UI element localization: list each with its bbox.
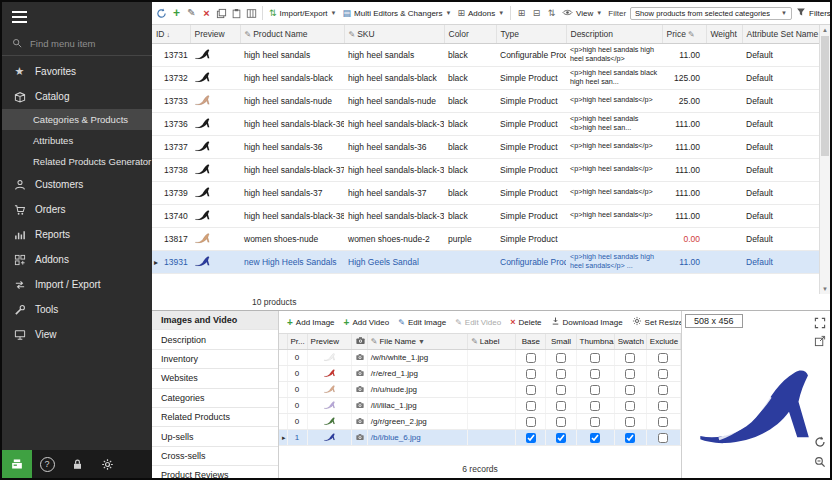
paste-icon[interactable] <box>230 8 243 19</box>
row-expand-icon[interactable]: ▸ <box>282 434 286 441</box>
refresh-button[interactable] <box>155 8 168 19</box>
sidebar-item-customers[interactable]: Customers <box>2 172 152 197</box>
add-product-button[interactable]: + <box>170 7 183 19</box>
scrollbar-thumb[interactable] <box>821 36 829 156</box>
column-header-preview[interactable]: Preview <box>307 334 351 350</box>
base-checkbox[interactable] <box>526 433 536 443</box>
import-export-menu[interactable]: ⇅ Import/Export ▼ <box>267 7 339 19</box>
table-row[interactable]: ▸13737 high heel sandals-36 high heel sa… <box>152 135 820 158</box>
swatch-checkbox[interactable] <box>625 369 635 379</box>
table-row[interactable]: ▸13731 high heel sandals high heel sanda… <box>152 43 820 66</box>
columns-icon[interactable] <box>245 8 258 19</box>
sort-icon[interactable]: ⇅ <box>545 9 558 18</box>
swatch-checkbox[interactable] <box>625 353 635 363</box>
image-row[interactable]: ▸ 0 /n/u/nude.jpg <box>279 382 681 398</box>
column-header-thumbnail[interactable]: Thumbna... <box>576 334 614 350</box>
image-row[interactable]: ▸ 0 /w/h/white_1.jpg <box>279 350 681 366</box>
sidebar-item-favorites[interactable]: ★ Favorites <box>2 59 152 84</box>
thumbnail-checkbox[interactable] <box>590 369 600 379</box>
store-manager-icon[interactable] <box>2 450 32 478</box>
base-checkbox[interactable] <box>526 417 536 427</box>
tab-item[interactable]: Related Products <box>152 408 278 427</box>
table-row[interactable]: ▸13739 high heel sandals-37 high heel sa… <box>152 181 820 204</box>
open-external-icon[interactable] <box>814 333 826 351</box>
column-header-description[interactable]: Description <box>566 25 662 43</box>
set-resize-rule-button[interactable]: Set Resize Rule <box>630 315 681 329</box>
exclude-checkbox[interactable] <box>658 433 668 443</box>
exclude-checkbox[interactable] <box>658 369 668 379</box>
thumbnail-checkbox[interactable] <box>590 353 600 363</box>
help-icon[interactable]: ? <box>32 450 62 478</box>
exclude-checkbox[interactable] <box>658 401 668 411</box>
search-input[interactable] <box>28 37 136 50</box>
expand-all-icon[interactable]: ⊞ <box>515 9 528 18</box>
column-header-file-name[interactable]: ✎File Name▼ <box>367 334 467 350</box>
sidebar-item-orders[interactable]: Orders <box>2 197 152 222</box>
sidebar-item-categories-products[interactable]: Categories & Products <box>2 109 152 130</box>
sidebar-item-import-export[interactable]: Import / Export <box>2 272 152 297</box>
base-checkbox[interactable] <box>526 353 536 363</box>
image-row[interactable]: ▸ 0 /l/i/lilac_1.jpg <box>279 398 681 414</box>
tab-item[interactable]: Description <box>152 330 278 349</box>
table-row[interactable]: ▸13738 high heel sandals-black-37 high h… <box>152 158 820 181</box>
column-header-exclude[interactable]: Exclude <box>646 334 680 350</box>
small-checkbox[interactable] <box>556 433 566 443</box>
multi-editors-menu[interactable]: ▤ Multi Editors & Changers ▼ <box>341 7 454 19</box>
column-header-label[interactable]: ✎Label <box>468 334 516 350</box>
exclude-checkbox[interactable] <box>658 385 668 395</box>
tab-item[interactable]: Categories <box>152 389 278 408</box>
column-header-camera[interactable] <box>351 334 367 350</box>
add-video-button[interactable]: +Add Video <box>342 316 392 329</box>
small-checkbox[interactable] <box>556 401 566 411</box>
table-row[interactable]: ▸13736 high heel sandals-black-36 high h… <box>152 112 820 135</box>
table-row[interactable]: ▸13817 women shoes-nude women shoes-nude… <box>152 227 820 250</box>
sidebar-item-addons[interactable]: Addons <box>2 247 152 272</box>
sidebar-item-view[interactable]: View <box>2 322 152 347</box>
image-row[interactable]: ▸ 0 /r/e/red_1.jpg <box>279 366 681 382</box>
image-row[interactable]: ▸ 1 /b/l/blue_6.jpg <box>279 430 681 446</box>
thumbnail-checkbox[interactable] <box>590 385 600 395</box>
column-header-sku[interactable]: ✎SKU <box>344 25 444 43</box>
thumbnail-checkbox[interactable] <box>590 433 600 443</box>
table-row[interactable]: ▸13732 high heel sandals-black high heel… <box>152 66 820 89</box>
rotate-icon[interactable] <box>814 434 826 452</box>
lock-icon[interactable] <box>62 450 92 478</box>
swatch-checkbox[interactable] <box>625 433 635 443</box>
column-header-preview[interactable]: Preview <box>190 25 240 43</box>
column-header-attribute-set[interactable]: Attribute Set Name <box>742 25 820 43</box>
small-checkbox[interactable] <box>556 385 566 395</box>
table-row[interactable]: ▸13740 high heel sandals-black-38 high h… <box>152 204 820 227</box>
column-header-weight[interactable]: Weight <box>706 25 742 43</box>
table-row[interactable]: ▸13931 new High Heels Sandals High Geels… <box>152 250 820 273</box>
image-row[interactable]: ▸ 0 /g/r/green_2.jpg <box>279 414 681 430</box>
sidebar-item-attributes[interactable]: Attributes <box>2 130 152 151</box>
grid-scrollbar[interactable]: ▲ ▼ <box>819 25 830 294</box>
tab-item[interactable]: Cross-sells <box>152 447 278 466</box>
download-image-button[interactable]: Download Image <box>549 315 625 329</box>
tab-item[interactable]: Up-sells <box>152 427 278 446</box>
table-row[interactable]: ▸13733 high heel sandals-nude high heel … <box>152 89 820 112</box>
delete-product-button[interactable]: × <box>200 8 213 19</box>
scroll-down-icon[interactable]: ▼ <box>820 284 830 294</box>
column-header-id[interactable]: ID↓ <box>152 25 190 43</box>
delete-image-button[interactable]: ×Delete <box>508 316 543 328</box>
exclude-checkbox[interactable] <box>658 353 668 363</box>
column-header-price[interactable]: Price✎ <box>662 25 706 43</box>
edit-video-button[interactable]: ✎Edit Video <box>453 317 503 328</box>
view-menu[interactable]: View ▼ <box>560 7 604 20</box>
row-expand-icon[interactable]: ▸ <box>154 258 158 267</box>
category-filter-select[interactable]: Show products from selected categories ▼ <box>630 7 792 20</box>
addons-menu[interactable]: ⊞ Addons ▼ <box>455 7 506 19</box>
thumbnail-checkbox[interactable] <box>590 417 600 427</box>
small-checkbox[interactable] <box>556 353 566 363</box>
column-header-color[interactable]: Color <box>444 25 496 43</box>
sidebar-item-tools[interactable]: Tools <box>2 297 152 322</box>
gear-icon[interactable] <box>92 450 122 478</box>
column-header-type[interactable]: Type <box>496 25 566 43</box>
base-checkbox[interactable] <box>526 369 536 379</box>
swatch-checkbox[interactable] <box>625 417 635 427</box>
add-image-button[interactable]: +Add Image <box>285 316 337 329</box>
filters-menu[interactable]: Filters ▼ <box>794 6 830 20</box>
base-checkbox[interactable] <box>526 401 536 411</box>
copy-icon[interactable] <box>215 8 228 19</box>
